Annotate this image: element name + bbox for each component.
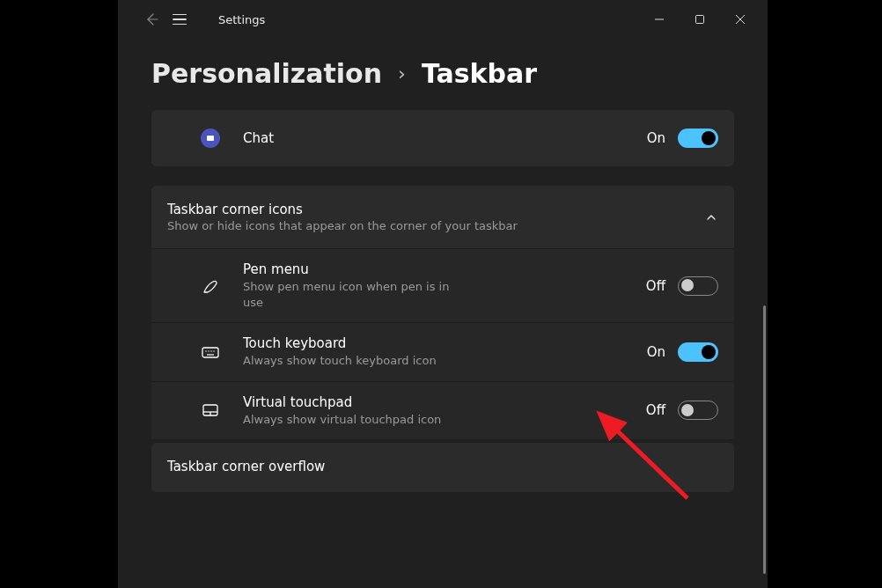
touch-keyboard-desc: Always show touch keyboard icon	[243, 353, 437, 369]
svg-point-7	[205, 350, 206, 351]
touch-keyboard-row[interactable]: Touch keyboard Always show touch keyboar…	[151, 322, 734, 381]
virtual-touchpad-toggle-label: Off	[646, 402, 665, 418]
touchpad-icon	[201, 401, 220, 420]
app-title: Settings	[218, 13, 265, 26]
pen-menu-text: Pen menu Show pen menu icon when pen is …	[243, 261, 472, 310]
virtual-touchpad-desc: Always show virtual touchpad icon	[243, 412, 441, 428]
pen-menu-toggle[interactable]	[678, 276, 718, 296]
taskbar-items-card: Chat On	[151, 110, 734, 166]
chat-label: Chat	[243, 130, 274, 146]
titlebar-left: Settings	[125, 11, 265, 28]
pen-menu-toggle-label: Off	[646, 278, 665, 294]
pen-menu-desc: Show pen menu icon when pen is in use	[243, 279, 472, 310]
svg-rect-5	[207, 136, 214, 141]
virtual-touchpad-toggle-group: Off	[646, 401, 718, 420]
corner-icons-body: Pen menu Show pen menu icon when pen is …	[151, 248, 734, 439]
touch-keyboard-toggle-label: On	[647, 344, 665, 360]
chat-toggle-group: On	[647, 129, 718, 148]
chat-toggle-label: On	[647, 130, 665, 146]
breadcrumb-parent[interactable]: Personalization	[151, 58, 382, 89]
chat-toggle[interactable]	[678, 129, 718, 148]
chat-icon	[201, 129, 220, 148]
settings-window: Settings Personalization › Taskbar	[118, 0, 768, 588]
touch-keyboard-text: Touch keyboard Always show touch keyboar…	[243, 335, 437, 369]
corner-icons-card: Taskbar corner icons Show or hide icons …	[151, 186, 734, 439]
content-area: Personalization › Taskbar Chat On	[118, 39, 768, 588]
touch-keyboard-title: Touch keyboard	[243, 335, 437, 351]
svg-rect-6	[202, 348, 218, 357]
back-button[interactable]	[143, 11, 160, 28]
svg-rect-2	[696, 16, 704, 24]
maximize-button[interactable]	[680, 5, 720, 33]
breadcrumb: Personalization › Taskbar	[151, 58, 734, 89]
close-button[interactable]	[720, 5, 761, 33]
pen-menu-title: Pen menu	[243, 261, 472, 277]
pen-menu-row[interactable]: Pen menu Show pen menu icon when pen is …	[151, 248, 734, 322]
scrollbar[interactable]	[763, 305, 766, 574]
window-controls	[639, 5, 761, 33]
chat-item-row[interactable]: Chat On	[151, 110, 734, 166]
chevron-up-icon	[704, 210, 718, 224]
svg-point-10	[213, 350, 214, 351]
virtual-touchpad-toggle[interactable]	[678, 401, 718, 420]
keyboard-icon	[201, 342, 220, 362]
virtual-touchpad-title: Virtual touchpad	[243, 394, 441, 410]
corner-icons-title: Taskbar corner icons	[167, 202, 518, 217]
breadcrumb-separator-icon: ›	[398, 62, 406, 85]
touch-keyboard-toggle-group: On	[647, 342, 718, 362]
corner-icons-header[interactable]: Taskbar corner icons Show or hide icons …	[151, 186, 734, 248]
corner-overflow-card[interactable]: Taskbar corner overflow	[151, 443, 734, 492]
touch-keyboard-toggle[interactable]	[678, 342, 718, 362]
titlebar: Settings	[118, 0, 768, 39]
breadcrumb-current: Taskbar	[422, 58, 537, 89]
corner-icons-desc: Show or hide icons that appear on the co…	[167, 219, 518, 232]
pen-icon	[201, 276, 220, 296]
minimize-button[interactable]	[639, 5, 680, 33]
svg-point-8	[208, 350, 209, 351]
hamburger-menu-icon[interactable]	[173, 11, 190, 28]
virtual-touchpad-text: Virtual touchpad Always show virtual tou…	[243, 394, 441, 428]
virtual-touchpad-row[interactable]: Virtual touchpad Always show virtual tou…	[151, 381, 734, 440]
corner-icons-header-text: Taskbar corner icons Show or hide icons …	[167, 202, 518, 232]
pen-menu-toggle-group: Off	[646, 276, 718, 296]
svg-point-9	[210, 350, 211, 351]
corner-overflow-title: Taskbar corner overflow	[167, 459, 718, 474]
